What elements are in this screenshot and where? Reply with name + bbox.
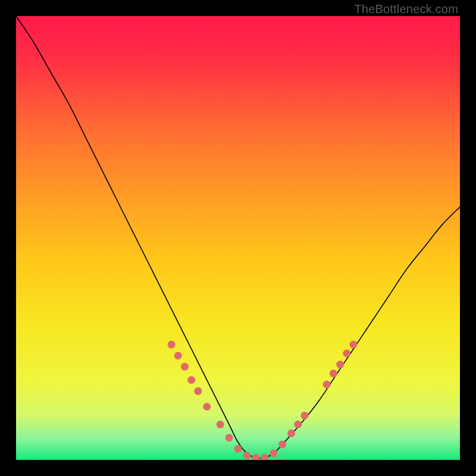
highlight-dot [217,421,224,428]
highlight-dot [187,376,195,384]
highlight-dot [323,381,331,389]
highlight-dot [194,387,202,395]
plot-area [16,16,460,460]
bottleneck-chart [16,16,460,460]
highlight-dot [278,440,286,448]
highlight-dot [174,352,182,359]
chart-frame: TheBottleneck.com [0,0,476,476]
highlight-dot [270,449,277,457]
highlight-dot [243,452,250,459]
highlight-dot [300,412,308,419]
highlight-dot [203,403,211,411]
highlight-dot [181,363,189,371]
watermark-label: TheBottleneck.com [354,2,458,16]
highlight-dot [330,369,337,377]
highlight-dot [168,341,176,349]
highlight-dot [349,341,357,349]
gradient-background [16,16,460,460]
highlight-dot [294,421,302,428]
highlight-dot [343,349,350,357]
highlight-dot [336,361,344,368]
highlight-dot [226,434,233,441]
highlight-dot [234,445,242,453]
highlight-dot [287,430,295,437]
